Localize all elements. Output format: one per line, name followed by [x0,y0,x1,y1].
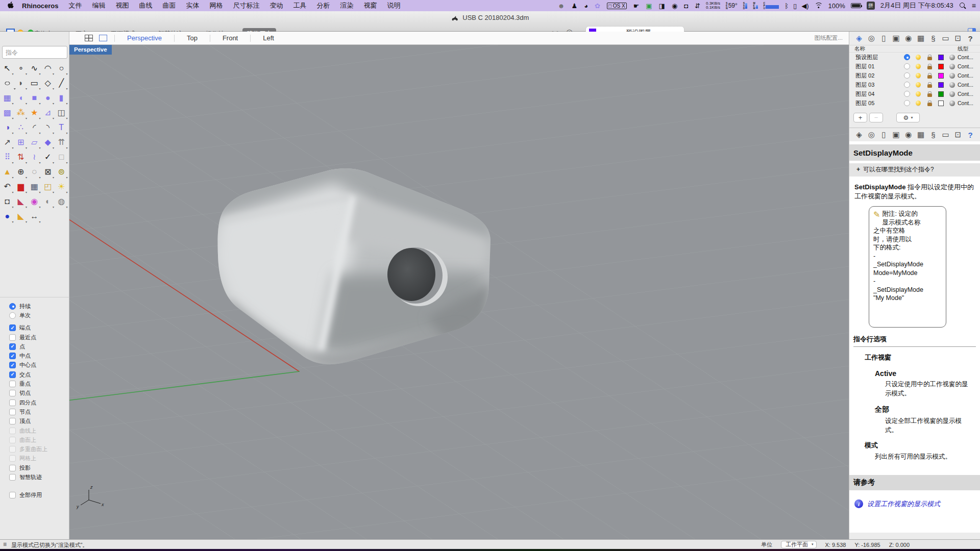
osnap-check-曲面上[interactable]: 曲面上 [9,435,69,444]
checkbox-icon[interactable] [9,399,16,406]
ssd-gauge[interactable]: SSD [743,2,748,10]
layer-row-图层 04[interactable]: 图层 04Cont... [849,89,980,98]
render-tool[interactable]: ● [1,209,14,223]
menu-尺寸标注[interactable]: 尺寸标注 [228,1,265,10]
layer-lock-icon[interactable] [924,82,935,88]
layer-lock-icon[interactable] [924,73,935,79]
osnap-check-中心点[interactable]: 中心点 [9,361,69,370]
app-icon-record[interactable]: ◉ [672,2,677,10]
materials-icon[interactable]: ▣ [891,130,902,139]
cplane-select[interactable]: 工作平面 ▾ [781,541,817,548]
layer-visibility-bulb-icon[interactable] [913,64,924,69]
layer-linetype[interactable]: Cont... [958,91,980,97]
layer-linetype[interactable]: Cont... [958,72,980,79]
viewport-canvas[interactable]: Perspective [69,45,849,539]
spotlight-tool[interactable]: ◣ [14,209,28,223]
checkbox-icon[interactable] [9,437,16,443]
remove-layer-button[interactable]: − [869,113,883,122]
apple-menu-icon[interactable] [7,2,15,10]
explode-tool[interactable]: ★ [28,106,41,119]
help-where-toggle[interactable]: +可以在哪里找到这个指令? [849,163,980,177]
command-input[interactable] [2,46,67,59]
osnap-radio-持续[interactable]: 持续 [9,302,69,311]
layer-material-icon[interactable] [946,82,958,88]
notification-center-icon[interactable]: ≡ [972,2,976,10]
app-icon-paw[interactable]: ✿ [595,2,600,10]
menu-工具[interactable]: 工具 [288,1,312,10]
layer-color-swatch[interactable] [935,82,946,88]
layer-color-swatch[interactable] [935,64,946,69]
fillet-curve-tool[interactable]: ◜ [28,120,41,134]
pyramid-tool[interactable]: ▲ [1,165,14,179]
spotlight-search-icon[interactable] [959,2,966,9]
osnap-check-网格上[interactable]: 网格上 [9,454,69,463]
hatch-icon[interactable]: ▦ [915,130,926,139]
osnap-radio-单次[interactable]: 单次 [9,311,69,320]
cpu-gauge[interactable]: CPU [764,2,779,10]
zoom-in-tool[interactable]: ⊕ [14,165,28,179]
osnap-check-点[interactable]: 点 [9,342,69,351]
checkbox-icon[interactable] [9,492,16,498]
single-viewport-layout-icon[interactable] [99,35,107,41]
app-icon-updown[interactable]: ⇵ [695,2,700,10]
menu-分析[interactable]: 分析 [312,1,335,10]
array-tool[interactable]: ⠿ [1,150,14,164]
radio-icon[interactable] [9,312,16,319]
split-tool[interactable]: ◫ [55,106,68,119]
osnap-check-四分点[interactable]: 四分点 [9,398,69,407]
osnap-check-顶点[interactable]: 顶点 [9,417,69,426]
layout-tool[interactable]: ◰ [41,180,55,193]
extrude-tool[interactable]: ⇈ [55,135,68,149]
mem-gauge[interactable]: MEM [753,2,757,10]
layer-visibility-bulb-icon[interactable] [913,82,924,87]
undo-view-tool[interactable]: ↶ [1,180,14,193]
app-icon-device[interactable]: ◨ [659,2,665,10]
layer-color-swatch[interactable] [935,101,946,106]
boolean-tool[interactable]: ◑ [1,120,14,134]
color-wheel-tool[interactable]: ◉ [28,194,41,208]
osnap-check-垂点[interactable]: 垂点 [9,379,69,388]
blend-curve-tool[interactable]: ◝ [41,120,55,134]
osnap-check-切点[interactable]: 切点 [9,389,69,398]
osnap-check-曲线上[interactable]: 曲线上 [9,426,69,435]
boolean-union-tool[interactable]: ◆ [41,135,55,149]
viewport-tab-front[interactable]: Front [210,34,250,42]
layer-color-swatch[interactable] [935,73,946,79]
radio-icon[interactable] [9,303,16,310]
viewport-tab-perspective[interactable]: Perspective [115,34,174,42]
checkbox-icon[interactable] [9,324,16,331]
help-link[interactable]: 设置工作视窗的显示模式 [867,499,940,509]
osnap-check-多重曲面上[interactable]: 多重曲面上 [9,444,69,454]
checkbox-icon[interactable] [9,409,16,415]
layer-visibility-bulb-icon[interactable] [913,55,924,60]
arc-tool[interactable]: ◠ [41,61,55,75]
layer-linetype[interactable]: Cont... [958,100,980,106]
layer-color-swatch[interactable] [935,91,946,97]
menu-视图[interactable]: 视图 [111,1,134,10]
display-icon[interactable]: ⊡ [952,130,964,139]
zoom-extents-tool[interactable]: ⊠ [41,165,55,179]
checkbox-icon[interactable] [9,353,16,359]
wireframe-sphere-tool[interactable]: ◍ [55,194,68,208]
layer-options-button[interactable]: ⚙ ▾ [896,113,920,122]
menu-实体[interactable]: 实体 [181,1,205,10]
menu-网格[interactable]: 网格 [205,1,228,10]
app-icon-shield[interactable]: ▣ [646,2,652,10]
named-views-icon[interactable]: ▭ [940,130,951,139]
layer-material-icon[interactable] [946,64,958,69]
notes-icon[interactable]: ▯ [878,34,889,43]
app-icon-penguin[interactable]: ♟ [572,2,578,10]
layer-lock-icon[interactable] [924,55,935,60]
layer-linetype[interactable]: Cont... [958,63,980,69]
bluetooth-icon[interactable]: ᛒ [785,2,789,10]
polygon-tool[interactable]: ◇ [41,76,55,90]
menu-文件[interactable]: 文件 [64,1,87,10]
active-app-name[interactable]: Rhinoceros [22,2,59,10]
menubar-clock[interactable]: 2月4日 周日 下午8:05:43 [880,1,953,10]
checkbox-icon[interactable] [9,446,16,453]
four-viewport-layout-icon[interactable] [85,35,93,41]
menu-曲线[interactable]: 曲线 [134,1,158,10]
checkbox-icon[interactable] [9,418,16,424]
explode-parts-tool[interactable]: ⁂ [14,106,28,119]
menu-曲面[interactable]: 曲面 [158,1,181,10]
